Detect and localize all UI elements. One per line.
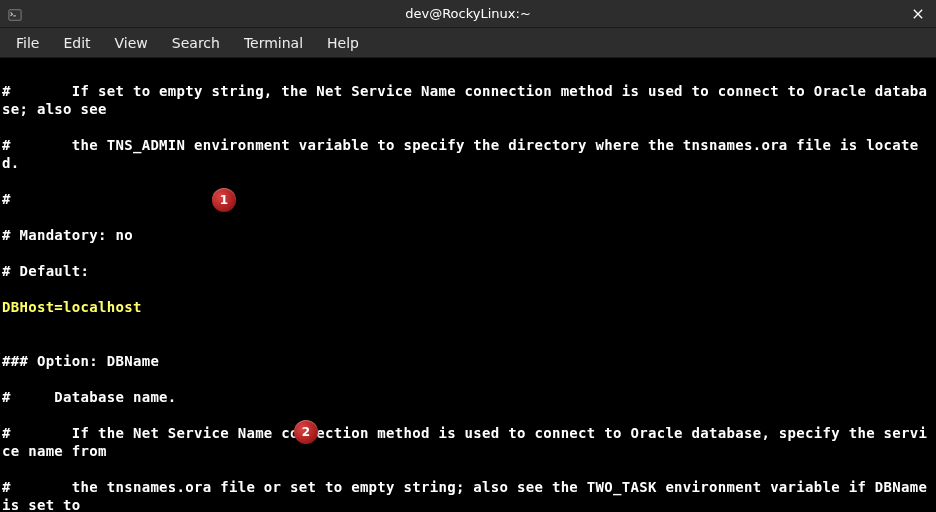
menu-search[interactable]: Search — [160, 31, 232, 55]
terminal-content[interactable]: # If set to empty string, the Net Servic… — [0, 58, 936, 512]
menubar: File Edit View Search Terminal Help — [0, 28, 936, 58]
menu-file[interactable]: File — [4, 31, 51, 55]
terminal-line: # If the Net Service Name connection met… — [2, 424, 934, 460]
terminal-line: # Mandatory: no — [2, 226, 934, 244]
menu-view[interactable]: View — [103, 31, 160, 55]
menu-edit[interactable]: Edit — [51, 31, 102, 55]
terminal-line: # the TNS_ADMIN environment variable to … — [2, 136, 934, 172]
terminal-line: ### Option: DBName — [2, 352, 934, 370]
terminal-line: # Database name. — [2, 388, 934, 406]
svg-rect-0 — [9, 9, 21, 20]
window-titlebar: dev@RockyLinux:~ — [0, 0, 936, 28]
terminal-icon — [8, 7, 22, 21]
terminal-line: # — [2, 190, 934, 208]
config-dbhost: DBHost=localhost — [2, 299, 142, 315]
terminal-line: # Default: — [2, 262, 934, 280]
terminal-line: # the tnsnames.ora file or set to empty … — [2, 478, 934, 512]
marker-label: 2 — [302, 423, 311, 441]
menu-terminal[interactable]: Terminal — [232, 31, 315, 55]
menu-help[interactable]: Help — [315, 31, 371, 55]
terminal-line: # If set to empty string, the Net Servic… — [2, 82, 934, 118]
close-icon[interactable] — [908, 4, 928, 24]
window-title: dev@RockyLinux:~ — [405, 6, 531, 21]
marker-label: 1 — [220, 191, 229, 209]
terminal-line: DBHost=localhost — [2, 298, 934, 316]
annotation-marker-2: 2 — [294, 420, 318, 444]
annotation-marker-1: 1 — [212, 188, 236, 212]
